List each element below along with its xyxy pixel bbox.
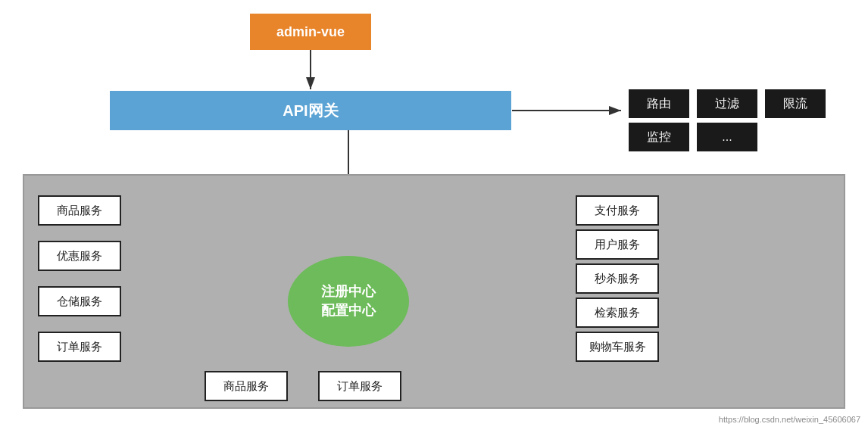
reg-center-line2: 配置中心 [321, 301, 376, 320]
svc-user: 用户服务 [576, 229, 659, 260]
svc-payment: 支付服务 [576, 195, 659, 226]
watermark: https://blog.csdn.net/weixin_45606067 [719, 415, 860, 424]
reg-center-line1: 注册中心 [321, 282, 376, 301]
api-gateway-label: API网关 [283, 101, 338, 121]
svc-goods-top: 商品服务 [38, 195, 121, 226]
feature-xianliu: 限流 [765, 89, 826, 118]
feature-jiankong: 监控 [629, 123, 689, 151]
svc-warehouse: 仓储服务 [38, 286, 121, 316]
feature-luyou: 路由 [629, 89, 689, 118]
reg-center: 注册中心 配置中心 [288, 256, 409, 347]
svc-cart: 购物车服务 [576, 332, 659, 362]
api-gateway-box: API网关 [110, 91, 511, 130]
svc-order-left: 订单服务 [38, 332, 121, 362]
admin-vue-label: admin-vue [276, 24, 345, 40]
gray-container [23, 174, 845, 409]
svc-search: 检索服务 [576, 298, 659, 328]
svc-goods-bottom: 商品服务 [205, 371, 288, 401]
svc-seckill: 秒杀服务 [576, 263, 659, 294]
svc-order-bottom: 订单服务 [318, 371, 401, 401]
svc-discount: 优惠服务 [38, 241, 121, 271]
diagram-container: admin-vue API网关 路由 过滤 限流 监控 ... 商品服务 优惠服… [0, 0, 868, 430]
feature-dots: ... [697, 123, 757, 151]
feature-guolv: 过滤 [697, 89, 757, 118]
admin-vue-box: admin-vue [250, 14, 371, 50]
